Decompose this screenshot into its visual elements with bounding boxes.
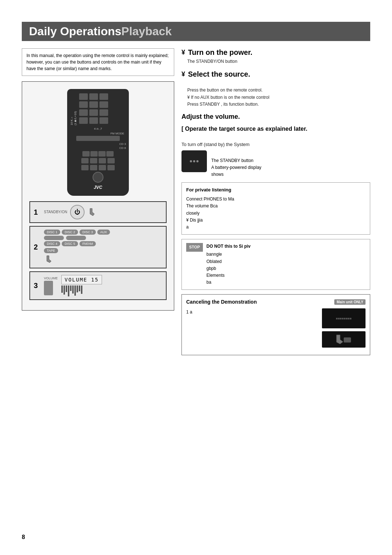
nav-btn4 [106, 151, 114, 157]
step1-detail-text: The STANDBY/ON button [187, 59, 237, 64]
step2-content: DISC 1 DISC 2 DISC 3 AUX DISC 4 DISC 5 [44, 230, 162, 265]
volume-slider [44, 281, 53, 295]
disc2-label: DISC 2 [62, 230, 78, 235]
remote-area: 10 K♭ (1▶0,+10) [22, 81, 174, 311]
btn-7 [79, 109, 88, 116]
power-btn-circle: ⏻ [70, 205, 85, 219]
aux-label: AUX [97, 230, 110, 235]
private-detail: Connect PHONES to Ma The volume Bca clos… [186, 196, 366, 231]
demo-screen-label: ■■■■■■■■ [336, 317, 352, 320]
wide-btn-1 [76, 136, 120, 141]
power-btn-area: ⏻ [70, 205, 97, 219]
step4-header: [ Operate the target source as explained… [181, 126, 370, 132]
step2-title: Select the source. [188, 70, 250, 78]
vbar10 [81, 285, 82, 294]
page-container: Daily OperationsPlayback In this manual,… [0, 0, 392, 555]
step1-inner: STANDBY/ON ⏻ [44, 205, 162, 219]
title-bar: Daily OperationsPlayback [22, 22, 370, 41]
fm-mode-label: FM MODE [70, 132, 126, 135]
hand-icon [44, 255, 55, 264]
standby-title: To turn off (stand by) the System [181, 141, 370, 149]
right-column: ¥ Turn on the power. The STANDBY/ON butt… [181, 48, 370, 360]
vbar1 [61, 285, 63, 293]
btn-9 [99, 109, 108, 116]
cd3-label: CD 3 [70, 142, 126, 146]
fmam-label: FM/AM [79, 241, 96, 246]
stop-title: DO NOT this to Si piv [207, 243, 250, 250]
volume-display-area: VOLUME 15 [61, 275, 102, 296]
disc1-label: DISC 1 [44, 230, 60, 235]
demo-btn-rect [344, 337, 351, 343]
stop-content: DO NOT this to Si piv banngle Oblated gb… [207, 243, 250, 286]
wide-btn-row1 [70, 136, 126, 141]
nav-rows3 [70, 165, 126, 170]
btn-2 [89, 93, 98, 100]
standby-on-label: STANDBY/ON [44, 210, 67, 214]
disc5-label: DISC 5 [62, 241, 78, 246]
volume-area: VOLUME VOLUME 15 [44, 275, 162, 296]
hand-cursor-icon [86, 207, 97, 218]
nav-btn8 [107, 158, 115, 163]
stop-badge: STOP [186, 243, 203, 252]
demo-hand-icon [333, 333, 355, 346]
step3-header: Adjust the volume. [181, 113, 370, 121]
btn-1 [79, 93, 88, 100]
nav-rows [70, 151, 126, 157]
left-column: In this manual, the operation using the … [22, 48, 174, 360]
disc-row-top: DISC 1 DISC 2 DISC 3 AUX [44, 230, 162, 235]
main-layout: In this manual, the operation using the … [22, 48, 370, 360]
nav-rows2 [70, 158, 126, 163]
demo-title-row: Canceling the Demonstration Main unit ON… [186, 299, 366, 305]
tape-row: TAPE [44, 247, 162, 253]
nav-btn3 [98, 151, 106, 157]
step1-illus-box: 1 STANDBY/ON ⏻ [29, 201, 167, 223]
demo-hand-area [322, 331, 366, 348]
vbar2 [64, 285, 65, 295]
vbar6 [72, 285, 74, 293]
nav-btn7 [99, 158, 106, 163]
num-grid [79, 93, 108, 125]
demo-note: Main unit ONLY [334, 299, 366, 305]
step1-bullet: ¥ [181, 49, 185, 56]
step1-header: ¥ Turn on the power. [181, 48, 370, 57]
standby-detail: The STANDBY button A battery-powered dis… [211, 150, 261, 178]
vbar8 [77, 285, 78, 292]
standby-section: The STANDBY button A battery-powered dis… [181, 150, 370, 178]
disc-combined2 [66, 236, 86, 240]
vbar7 [74, 285, 76, 296]
intro-box: In this manual, the operation using the … [22, 48, 174, 76]
hand-cursor-row [44, 255, 162, 265]
nav-btn1 [82, 151, 90, 157]
num-label: 4 /c ,7 [70, 127, 126, 130]
demo-box: Canceling the Demonstration Main unit ON… [181, 294, 370, 355]
btn-plus [99, 117, 108, 124]
volume-bars [61, 285, 102, 296]
stop-box: STOP DO NOT this to Si piv banngle Oblat… [181, 239, 370, 290]
stop-detail: banngle Oblated gbpb Elements ba [207, 251, 250, 286]
demo-step1-text: 1 a [186, 309, 192, 315]
vbar9 [79, 285, 80, 291]
btn-6 [99, 101, 108, 108]
btn-5 [89, 101, 98, 108]
vbar4 [68, 285, 69, 296]
demo-steps: 1 a [186, 308, 318, 351]
disc-combined1 [44, 236, 64, 240]
step2-num: 2 [34, 243, 40, 251]
step1-content: STANDBY/ON ⏻ [44, 205, 162, 219]
step1-detail: The STANDBY/ON button [181, 58, 370, 65]
step2-bullet: ¥ [181, 70, 185, 78]
demo-image-area: ■■■■■■■■ [322, 308, 366, 351]
num-row4 [79, 117, 108, 124]
step2-detail: Press the button on the remote control. … [181, 80, 370, 108]
num-row3 [79, 109, 108, 116]
step3-illus-box: 3 VOLUME VOLUME 15 [29, 271, 167, 300]
nav-btn9 [81, 165, 89, 170]
volume-label: VOLUME [44, 276, 58, 280]
cd8-label: CD 8 [70, 146, 126, 150]
tape-label: TAPE [44, 248, 58, 253]
dot2 [193, 160, 195, 162]
standby-dots [190, 160, 199, 162]
num-row1 [79, 93, 108, 100]
step3-content: VOLUME VOLUME 15 [44, 275, 162, 296]
jvc-logo: JVC [70, 185, 126, 190]
